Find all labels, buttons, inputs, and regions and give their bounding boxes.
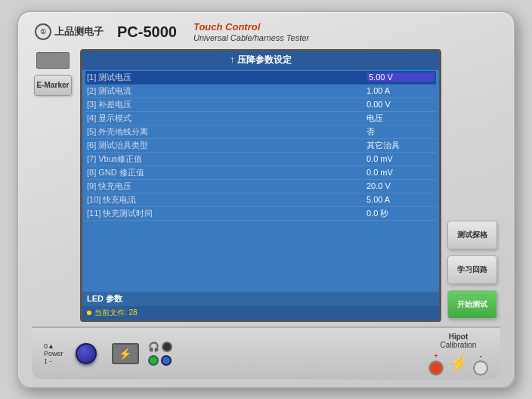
param-row-2[interactable]: [2] 测试电流 1.00 A [85, 85, 436, 98]
param-value-7: 0.0 mV [367, 154, 435, 163]
title-arrow: ↑ [230, 54, 237, 65]
start-test-button[interactable]: 开始测试 [447, 290, 497, 319]
param-row-7[interactable]: [7] Vbus修正值 0.0 mV [85, 153, 436, 166]
param-row-11[interactable]: [11] 快充测试时间 0.0 秒 [85, 207, 436, 221]
right-panel: 测试探格 学习回路 开始测试 [447, 49, 500, 322]
param-value-10: 5.00 A [367, 195, 435, 204]
param-value-1: 5.00 V [367, 73, 435, 82]
audio-jack-green[interactable] [148, 355, 159, 366]
param-row-1[interactable]: [1] 测试电压 5.00 V [85, 71, 436, 85]
status-dot [87, 311, 91, 315]
led-params-row: LED 参数 [82, 292, 439, 306]
param-row-9[interactable]: [9] 快充电压 20.0 V [85, 180, 436, 193]
param-label-4: [4] 显示模式 [87, 113, 367, 124]
param-value-2: 1.00 A [367, 86, 435, 95]
usb-icon: ⚡ [119, 348, 131, 360]
screen-title: ↑ 压降参数设定 [82, 51, 439, 70]
usb-area: ⚡ [112, 343, 139, 364]
hipot-label: Hipot [449, 332, 469, 341]
touch-control-label: Touch Control [193, 21, 309, 33]
param-value-9: 20.0 V [367, 181, 435, 190]
param-label-6: [6] 测试治具类型 [87, 140, 367, 151]
brand-logo: ① 上品测电子 [35, 23, 104, 40]
device-header: ① 上品测电子 PC-5000 Touch Control Universal … [32, 21, 500, 43]
param-label-10: [10] 快充电流 [87, 194, 367, 206]
calibration-label: Calibration [441, 341, 477, 349]
e-marker-button[interactable]: E-Marker [34, 75, 72, 96]
audio-jack-black[interactable] [162, 342, 172, 352]
param-value-8: 0.0 mV [367, 168, 435, 177]
hipot-minus-connector[interactable] [473, 360, 488, 376]
param-label-5: [5] 外壳地线分离 [87, 126, 367, 138]
hipot-minus-group: - [473, 352, 488, 376]
param-value-5: 否 [367, 126, 435, 138]
audio-row-bottom [148, 355, 172, 366]
small-display-box [36, 52, 70, 69]
hipot-plus-group: + [428, 352, 444, 376]
power-button[interactable] [76, 343, 97, 364]
param-row-5[interactable]: [5] 外壳地线分离 否 [85, 125, 436, 139]
device-chassis: ① 上品测电子 PC-5000 Touch Control Universal … [17, 11, 515, 388]
usb-port[interactable]: ⚡ [112, 343, 139, 364]
brand-icon: ① [35, 23, 51, 40]
touch-info: Touch Control Universal Cable/harness Te… [193, 21, 309, 43]
screen: ↑ 压降参数设定 [1] 测试电压 5.00 V [2] 测试电流 1.00 A… [80, 49, 441, 322]
audio-jacks: 🎧 [148, 342, 172, 366]
audio-row-top: 🎧 [148, 342, 172, 352]
led-params-label: LED 参数 [87, 293, 122, 305]
audio-jack-blue[interactable] [161, 355, 172, 366]
subtitle-label: Universal Cable/harness Tester [193, 33, 309, 43]
param-row-10[interactable]: [10] 快充电流 5.00 A [85, 193, 436, 207]
power-label-0: 0▲ [44, 342, 54, 350]
hipot-connectors: + ⚡ - [428, 352, 488, 376]
hipot-label-group: Hipot Calibration [441, 332, 477, 349]
param-value-6: 其它治具 [367, 140, 435, 151]
param-value-11: 0.0 秒 [367, 208, 435, 219]
param-label-9: [9] 快充电压 [87, 181, 367, 192]
screen-content: [1] 测试电压 5.00 V [2] 测试电流 1.00 A [3] 补差电压… [82, 70, 439, 320]
status-bar: 当前文件: 28 [82, 306, 439, 320]
plus-label: + [434, 352, 438, 360]
param-table: [1] 测试电压 5.00 V [2] 测试电流 1.00 A [3] 补差电压… [82, 70, 439, 292]
param-label-3: [3] 补差电压 [87, 99, 367, 110]
headphone-icon: 🎧 [148, 342, 159, 352]
learn-circuit-button[interactable]: 学习回路 [447, 255, 497, 284]
param-value-3: 0.00 V [367, 100, 435, 109]
test-probe-button[interactable]: 测试探格 [447, 221, 497, 249]
power-labels: 0▲ Power 1 - [44, 342, 63, 365]
param-label-1: [1] 测试电压 [87, 72, 367, 83]
power-label-1: Power [44, 350, 63, 357]
hipot-section: Hipot Calibration + ⚡ - [428, 332, 488, 376]
param-label-2: [2] 测试电流 [87, 85, 367, 97]
param-value-4: 电压 [367, 113, 435, 124]
left-panel: E-Marker [32, 49, 74, 322]
bottom-panel: 0▲ Power 1 - ⚡ 🎧 Hipot Cal [32, 326, 500, 379]
status-text: 当前文件: 28 [94, 308, 138, 318]
param-label-8: [8] GND 修正值 [87, 167, 367, 178]
brand-name: 上品测电子 [54, 25, 104, 39]
param-row-4[interactable]: [4] 显示模式 电压 [85, 112, 436, 125]
param-row-6[interactable]: [6] 测试治具类型 其它治具 [85, 139, 436, 153]
param-row-3[interactable]: [3] 补差电压 0.00 V [85, 98, 436, 112]
minus-label: - [480, 352, 482, 360]
hipot-plus-connector[interactable] [428, 360, 444, 376]
param-label-11: [11] 快充测试时间 [87, 208, 367, 219]
bolt-icon: ⚡ [448, 354, 469, 373]
param-row-8[interactable]: [8] GND 修正值 0.0 mV [85, 166, 436, 180]
param-label-7: [7] Vbus修正值 [87, 153, 367, 165]
power-label-2: 1 - [44, 357, 52, 365]
main-area: E-Marker ↑ 压降参数设定 [1] 测试电压 5.00 V [2] 测试… [32, 49, 500, 322]
model-name: PC-5000 [117, 23, 177, 41]
